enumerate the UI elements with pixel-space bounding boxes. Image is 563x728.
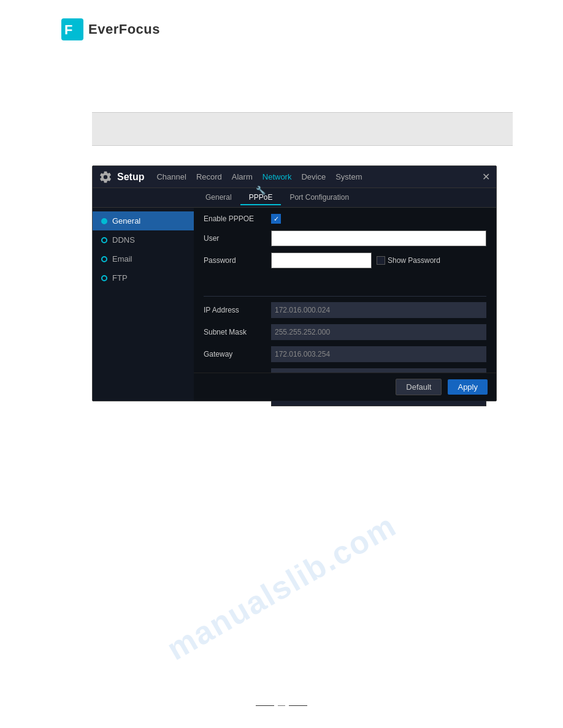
watermark: manualslib.com — [161, 507, 403, 667]
sidebar-dot-email — [101, 256, 107, 262]
gray-banner — [92, 112, 513, 146]
close-button[interactable]: ✕ — [482, 171, 490, 183]
logo-text: EverFocus — [88, 21, 160, 37]
sidebar-item-general[interactable]: General — [93, 211, 194, 230]
show-password-area: Show Password — [377, 256, 440, 265]
show-password-label: Show Password — [388, 256, 440, 265]
nav-network[interactable]: Network — [262, 172, 292, 181]
nav-system[interactable]: System — [335, 172, 362, 181]
gateway-row: Gateway — [204, 346, 486, 363]
password-input[interactable] — [271, 252, 372, 268]
subnet-mask-row: Subnet Mask — [204, 324, 486, 341]
title-bar: Setup Channel Record Alarm Network Devic… — [93, 166, 496, 188]
user-row: User — [204, 230, 486, 247]
sidebar-item-ddns[interactable]: DDNS — [93, 230, 194, 249]
sidebar-dot-general — [101, 218, 107, 224]
user-input[interactable] — [271, 230, 486, 246]
title-nav: Channel Record Alarm Network Device Syst… — [156, 172, 362, 181]
nav-record[interactable]: Record — [196, 172, 222, 181]
sidebar: General DDNS Email FTP — [93, 208, 194, 401]
page-number: — — [256, 701, 307, 710]
password-row: Password Show Password — [204, 252, 486, 269]
dialog-title: Setup — [117, 172, 144, 183]
gear-icon — [99, 170, 112, 184]
ip-address-row: IP Address — [204, 301, 486, 319]
user-label: User — [204, 234, 271, 243]
sidebar-dot-ddns — [101, 237, 107, 243]
bottom-bar: Default Apply — [194, 373, 496, 401]
enable-pppoe-row: Enable PPPOE ✓ — [204, 214, 486, 224]
ip-address-input — [271, 302, 486, 318]
page-line-right — [289, 705, 307, 706]
enable-pppoe-label: Enable PPPOE — [204, 214, 271, 223]
svg-text:F: F — [64, 22, 72, 37]
enable-pppoe-checkbox[interactable]: ✓ — [271, 214, 281, 224]
divider-1 — [204, 296, 486, 297]
nav-channel[interactable]: Channel — [156, 172, 186, 181]
default-button[interactable]: Default — [396, 379, 442, 395]
gateway-input — [271, 346, 486, 362]
show-password-checkbox[interactable] — [377, 256, 385, 265]
sub-tabs: General 🔧 PPPoE Port Configuration — [93, 188, 496, 208]
password-label: Password — [204, 256, 271, 265]
ip-address-label: IP Address — [204, 306, 271, 314]
apply-button[interactable]: Apply — [448, 379, 488, 395]
logo-area: F EverFocus — [61, 18, 160, 40]
gateway-label: Gateway — [204, 350, 271, 358]
everfocus-logo-icon: F — [61, 18, 83, 40]
nav-device[interactable]: Device — [301, 172, 326, 181]
right-panel: Enable PPPOE ✓ User Password Show Passwo… — [194, 208, 496, 401]
sidebar-dot-ftp — [101, 275, 107, 281]
pppoe-indicator-icon: 🔧 — [256, 186, 266, 195]
tab-port-configuration[interactable]: Port Configuration — [281, 191, 358, 205]
subnet-mask-label: Subnet Mask — [204, 328, 271, 336]
sidebar-item-ftp[interactable]: FTP — [93, 268, 194, 287]
content-area: General DDNS Email FTP Enable PPPOE ✓ — [93, 208, 496, 401]
tab-general[interactable]: General — [197, 191, 240, 205]
nav-alarm[interactable]: Alarm — [232, 172, 253, 181]
subnet-mask-input — [271, 324, 486, 340]
setup-dialog: Setup Channel Record Alarm Network Devic… — [92, 165, 497, 401]
sidebar-item-email[interactable]: Email — [93, 249, 194, 268]
page-line-left — [256, 705, 274, 706]
blank-row — [204, 274, 486, 291]
tab-pppoe[interactable]: 🔧 PPPoE — [240, 191, 282, 205]
page-number-text: — — [278, 701, 285, 710]
